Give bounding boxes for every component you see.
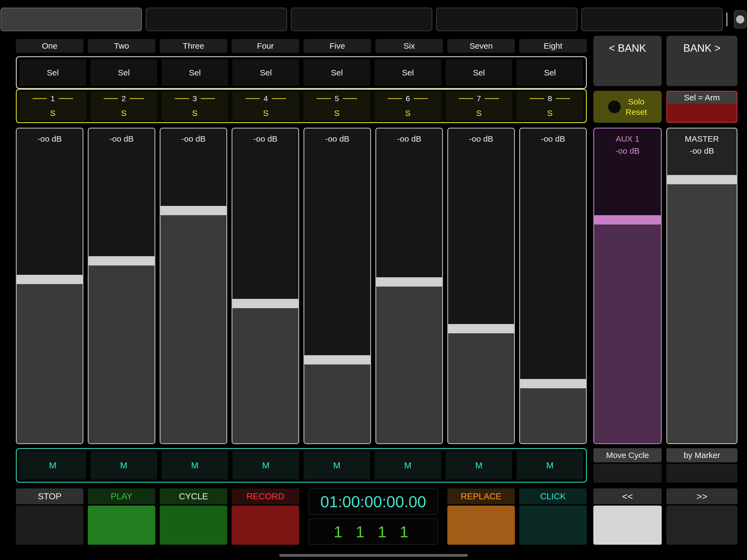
rewind-button[interactable]: <<: [593, 488, 662, 545]
channel-fader[interactable]: -oo dB: [160, 128, 227, 444]
page-tab-1[interactable]: [1, 8, 142, 31]
solo-button[interactable]: S: [19, 106, 86, 121]
channel-fader[interactable]: -oo dB: [232, 128, 299, 444]
channel-number: 8: [548, 94, 552, 103]
channel-number: 4: [264, 94, 268, 103]
channel-arm-cell[interactable]: 3 S: [162, 91, 228, 121]
status-light-box: [734, 10, 746, 28]
cycle-button[interactable]: CYCLE: [160, 488, 227, 545]
channel-fader[interactable]: -oo dB: [88, 128, 155, 444]
fader-cap[interactable]: [594, 215, 661, 225]
channel-arm-cell[interactable]: 4 S: [232, 91, 299, 121]
select-button[interactable]: Sel: [232, 59, 299, 86]
mute-button[interactable]: M: [446, 451, 512, 480]
fader-cap[interactable]: [448, 324, 514, 333]
solo-button[interactable]: S: [232, 106, 299, 121]
fader-level-label: -oo dB: [520, 133, 586, 145]
move-cycle-button[interactable]: Move Cycle: [593, 448, 662, 483]
channel-number: 1: [51, 94, 55, 103]
solo-button[interactable]: S: [516, 106, 583, 121]
solo-button[interactable]: S: [162, 106, 228, 121]
select-button[interactable]: Sel: [19, 59, 86, 86]
mute-button[interactable]: M: [162, 451, 228, 480]
fader-cap[interactable]: [160, 206, 226, 215]
fader-fill: [160, 206, 226, 443]
channel-arm-cell[interactable]: 1 S: [19, 91, 86, 121]
tabbar-divider: [726, 12, 727, 26]
status-dot-icon: [736, 15, 744, 24]
channel-number: 6: [406, 94, 410, 103]
channel-fader[interactable]: -oo dB: [447, 128, 515, 444]
record-button[interactable]: RECORD: [232, 488, 299, 545]
fader-level-label: -oo dB: [88, 133, 154, 145]
page-tab-3[interactable]: [291, 8, 432, 31]
channel-name: Five: [304, 39, 371, 53]
fader-cap[interactable]: [667, 175, 737, 184]
select-button[interactable]: Sel: [304, 59, 370, 86]
channel-strip-area: One Two Three Four Five Six Seven Eight …: [16, 39, 587, 545]
page-tab-4[interactable]: [436, 8, 577, 31]
click-button[interactable]: CLICK: [519, 488, 587, 545]
fader-cap[interactable]: [520, 379, 586, 388]
bars-beats-display: 1 1 1 1: [308, 518, 438, 545]
master-fader[interactable]: MASTER -oo dB: [666, 128, 738, 444]
fader-cap[interactable]: [232, 299, 298, 308]
solo-button[interactable]: S: [304, 106, 370, 121]
solo-button[interactable]: S: [91, 106, 157, 121]
aux1-fader[interactable]: AUX 1 -oo dB: [593, 128, 662, 444]
channel-fader[interactable]: -oo dB: [16, 128, 83, 444]
fader-cap[interactable]: [88, 256, 154, 265]
channel-fader[interactable]: -oo dB: [376, 128, 443, 444]
aux-level-label: -oo dB: [594, 145, 661, 157]
select-button[interactable]: Sel: [162, 59, 228, 86]
fader-fill: [594, 215, 661, 443]
stop-button[interactable]: STOP: [16, 488, 83, 545]
fader-row: -oo dB -oo dB -oo dB -oo dB -oo dB: [16, 128, 587, 444]
channel-arm-cell[interactable]: 5 S: [304, 91, 370, 121]
channel-arm-cell[interactable]: 2 S: [91, 91, 157, 121]
mute-button[interactable]: M: [19, 451, 86, 480]
bank-next-button[interactable]: BANK >: [666, 36, 738, 86]
channel-name: Four: [232, 39, 299, 53]
channel-arm-cell[interactable]: 6 S: [375, 91, 441, 121]
channel-arm-cell[interactable]: 8 S: [516, 91, 583, 121]
fader-level-label: -oo dB: [304, 133, 370, 145]
by-marker-button[interactable]: by Marker: [666, 448, 738, 483]
arm-dash-icon: [530, 98, 544, 99]
solo-reset-label-line1: Solo: [626, 97, 647, 107]
mute-button[interactable]: M: [232, 451, 299, 480]
play-button[interactable]: PLAY: [88, 488, 155, 545]
page-tab-2[interactable]: [146, 8, 287, 31]
fader-cap[interactable]: [304, 355, 370, 364]
mute-row: M M M M M M M M: [16, 448, 587, 483]
fader-fill: [88, 256, 154, 443]
arm-dash-icon: [130, 98, 144, 99]
channel-fader[interactable]: -oo dB: [519, 128, 587, 444]
channel-number: 7: [477, 94, 481, 103]
page-tab-5[interactable]: [581, 8, 723, 31]
fader-cap[interactable]: [376, 277, 442, 286]
channel-fader[interactable]: -oo dB: [304, 128, 371, 444]
arm-dash-icon: [459, 98, 473, 99]
mute-button[interactable]: M: [91, 451, 157, 480]
channel-number: 5: [335, 94, 339, 103]
mute-button[interactable]: M: [304, 451, 370, 480]
forward-button[interactable]: >>: [666, 488, 738, 545]
replace-button[interactable]: REPLACE: [447, 488, 515, 545]
select-button[interactable]: Sel: [446, 59, 512, 86]
fader-cap[interactable]: [17, 275, 83, 284]
select-button[interactable]: Sel: [375, 59, 441, 86]
solo-button[interactable]: S: [375, 106, 441, 121]
solo-button[interactable]: S: [446, 106, 512, 121]
home-indicator[interactable]: [279, 554, 468, 557]
channel-arm-cell[interactable]: 7 S: [446, 91, 512, 121]
arm-dash-icon: [317, 98, 331, 99]
mute-button[interactable]: M: [516, 451, 583, 480]
solo-reset-button[interactable]: Solo Reset: [593, 91, 662, 123]
mute-button[interactable]: M: [375, 451, 441, 480]
bank-prev-button[interactable]: < BANK: [593, 36, 662, 86]
select-button[interactable]: Sel: [516, 59, 583, 86]
fader-level-label: -oo dB: [17, 133, 83, 145]
select-button[interactable]: Sel: [91, 59, 157, 86]
sel-equals-arm-button[interactable]: Sel = Arm: [666, 91, 738, 123]
